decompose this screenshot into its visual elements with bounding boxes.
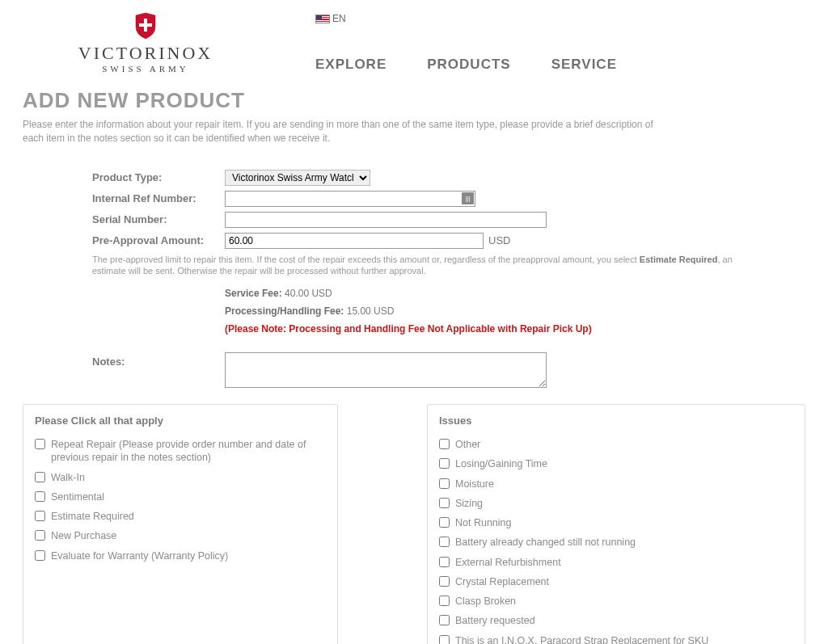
apply-checkbox[interactable] [35, 511, 45, 521]
apply-label: Evaluate for Warranty (Warranty Policy) [51, 549, 228, 562]
brand-name: VICTORINOX [16, 43, 275, 64]
issue-checkbox[interactable] [439, 615, 450, 625]
checkbox-columns: Please Click all that apply Repeat Repai… [23, 404, 805, 644]
issue-label: Battery requested [455, 614, 535, 627]
issue-item[interactable]: This is an I.N.O.X. Paracord Strap Repla… [439, 634, 793, 644]
logo-block: VICTORINOX SWISS ARMY [16, 8, 275, 74]
label-notes: Notes: [92, 352, 225, 368]
header: VICTORINOX SWISS ARMY EN EXPLORE PRODUCT… [0, 0, 828, 74]
currency-label: USD [488, 234, 510, 246]
apply-label: Sentimental [51, 490, 104, 503]
row-serial: Serial Number: [92, 212, 805, 228]
label-product-type: Product Type: [92, 171, 225, 183]
issue-label: Sizing [455, 497, 483, 510]
issue-checkbox[interactable] [439, 478, 450, 489]
issue-label: Other [455, 438, 480, 451]
issue-item[interactable]: Clasp Broken [439, 595, 793, 608]
label-serial: Serial Number: [92, 213, 225, 225]
main-nav: EXPLORE PRODUCTS SERVICE [315, 57, 812, 73]
issue-label: This is an I.N.O.X. Paracord Strap Repla… [455, 634, 793, 644]
fee-block: Service Fee: 40.00 USD Processing/Handli… [92, 288, 805, 335]
issue-checkbox[interactable] [439, 458, 450, 469]
issue-label: Moisture [455, 478, 494, 490]
page-body: ADD NEW PRODUCT Please enter the informa… [0, 74, 828, 644]
issue-item[interactable]: External Refurbishment [439, 556, 793, 569]
fee-note: (Please Note: Processing and Handling Fe… [225, 323, 805, 335]
internal-ref-input[interactable] [225, 191, 475, 207]
nav-products[interactable]: PRODUCTS [427, 57, 510, 73]
apply-item[interactable]: Evaluate for Warranty (Warranty Policy) [35, 549, 326, 562]
issue-item[interactable]: Battery requested [439, 614, 793, 627]
preapproval-input[interactable] [225, 233, 484, 249]
issue-item[interactable]: Not Running [439, 516, 793, 529]
apply-item[interactable]: Estimate Required [35, 510, 326, 523]
service-fee: Service Fee: 40.00 USD [225, 288, 805, 299]
nav-explore[interactable]: EXPLORE [315, 57, 387, 73]
apply-item[interactable]: Repeat Repair (Please provide order numb… [35, 438, 326, 465]
issue-checkbox[interactable] [439, 537, 450, 547]
apply-header: Please Click all that apply [35, 415, 326, 427]
issue-item[interactable]: Other [439, 438, 793, 451]
issue-item[interactable]: Crystal Replacement [439, 575, 793, 588]
apply-checkbox[interactable] [35, 439, 45, 449]
nav-service[interactable]: SERVICE [551, 57, 617, 73]
issue-label: Clasp Broken [455, 595, 516, 608]
issue-label: Battery already changed still not runnin… [455, 536, 636, 549]
product-type-select[interactable]: Victorinox Swiss Army Watch [225, 170, 370, 186]
issues-column: Issues OtherLosing/Gaining TimeMoistureS… [427, 404, 805, 644]
issue-checkbox[interactable] [439, 517, 450, 528]
barcode-icon[interactable]: ||| [462, 192, 474, 204]
issues-header: Issues [439, 415, 793, 427]
apply-label: Repeat Repair (Please provide order numb… [51, 438, 326, 465]
apply-label: Walk-In [51, 471, 85, 484]
issue-item[interactable]: Losing/Gaining Time [439, 457, 793, 470]
notes-textarea[interactable] [225, 352, 547, 388]
intro-text: Please enter the information about your … [23, 118, 670, 145]
issue-item[interactable]: Sizing [439, 497, 793, 510]
row-internal-ref: Internal Ref Number: ||| [92, 191, 805, 207]
brand-sub: SWISS ARMY [16, 64, 275, 74]
issue-checkbox[interactable] [439, 576, 450, 587]
issue-item[interactable]: Battery already changed still not runnin… [439, 536, 793, 549]
apply-item[interactable]: New Purchase [35, 529, 326, 542]
processing-fee: Processing/Handling Fee: 15.00 USD [225, 305, 805, 317]
shield-icon [134, 12, 157, 40]
language-selector[interactable]: EN [315, 13, 812, 24]
header-right: EN EXPLORE PRODUCTS SERVICE [275, 8, 812, 73]
issue-checkbox[interactable] [439, 557, 450, 567]
issue-label: Crystal Replacement [455, 575, 549, 588]
apply-label: Estimate Required [51, 510, 134, 523]
label-internal-ref: Internal Ref Number: [92, 192, 225, 204]
preapproval-fine-print: The pre-approved limit to repair this it… [92, 254, 739, 277]
issue-item[interactable]: Moisture [439, 478, 793, 490]
label-preapproval: Pre-Approval Amount: [92, 234, 225, 246]
apply-label: New Purchase [51, 529, 116, 542]
form-block: Product Type: Victorinox Swiss Army Watc… [23, 170, 805, 389]
apply-checkbox[interactable] [35, 530, 45, 541]
apply-checkbox[interactable] [35, 472, 45, 482]
issue-label: Not Running [455, 516, 512, 529]
serial-input[interactable] [225, 212, 547, 228]
apply-item[interactable]: Sentimental [35, 490, 326, 503]
apply-item[interactable]: Walk-In [35, 471, 326, 484]
issue-checkbox[interactable] [439, 498, 450, 508]
issue-checkbox[interactable] [439, 596, 450, 606]
flag-icon [315, 15, 330, 23]
row-notes: Notes: [92, 352, 805, 388]
issue-checkbox[interactable] [439, 439, 450, 449]
issue-label: Losing/Gaining Time [455, 457, 547, 470]
row-preapproval: Pre-Approval Amount: USD [92, 233, 805, 249]
apply-checkbox[interactable] [35, 491, 45, 502]
svg-rect-1 [139, 23, 152, 27]
page-title: ADD NEW PRODUCT [23, 88, 805, 113]
row-product-type: Product Type: Victorinox Swiss Army Watc… [92, 170, 805, 186]
apply-column: Please Click all that apply Repeat Repai… [23, 404, 338, 644]
issue-checkbox[interactable] [439, 635, 450, 644]
lang-code: EN [332, 13, 346, 24]
apply-checkbox[interactable] [35, 550, 45, 561]
issue-label: External Refurbishment [455, 556, 561, 569]
